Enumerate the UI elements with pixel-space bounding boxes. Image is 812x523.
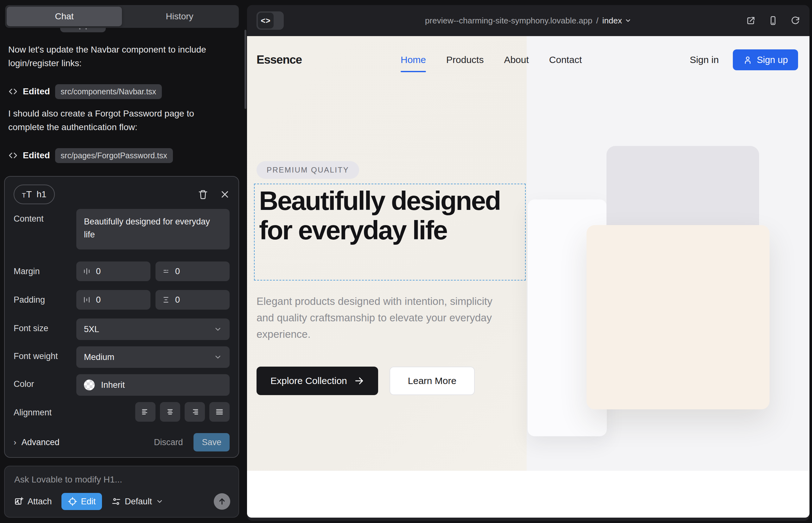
align-right-icon <box>190 408 199 416</box>
dot <box>86 28 87 30</box>
premium-quality-badge: PREMIUM QUALITY <box>257 161 359 179</box>
learn-more-button[interactable]: Learn More <box>390 366 475 395</box>
edit-mode-button[interactable]: Edit <box>61 493 102 510</box>
url-domain: preview--charming-site-symphony.lovable.… <box>425 16 592 26</box>
font-size-label: Font size <box>14 319 76 333</box>
chevron-down-icon <box>214 353 222 361</box>
assistant-message: I should also create a Forgot Password p… <box>8 107 227 134</box>
alignment-label: Alignment <box>14 402 76 418</box>
selected-element-pill[interactable]: TT h1 <box>14 184 55 204</box>
crosshair-icon <box>68 497 77 506</box>
tab-chat[interactable]: Chat <box>7 7 122 26</box>
sign-up-button[interactable]: Sign up <box>733 49 798 70</box>
refresh-icon <box>791 16 800 25</box>
margin-horizontal-icon <box>83 267 91 275</box>
padding-y-value: 0 <box>175 295 180 305</box>
padding-label: Padding <box>14 290 76 305</box>
padding-y-input[interactable]: 0 <box>156 290 230 310</box>
url-bar[interactable]: preview--charming-site-symphony.lovable.… <box>425 16 632 26</box>
refresh-button[interactable] <box>791 16 800 25</box>
site-page: Essence Home Products About Contact Sign… <box>247 36 810 518</box>
align-center-icon <box>166 408 175 416</box>
site-logo[interactable]: Essence <box>257 53 302 67</box>
assistant-message: Now let's update the Navbar component to… <box>8 43 227 70</box>
composer-placeholder[interactable]: Ask Lovable to modify H1... <box>14 474 229 485</box>
edited-file-row: Edited src/components/Navbar.tsx <box>8 83 162 100</box>
type-icon: TT <box>22 189 32 200</box>
hero-headline[interactable]: Beautifully designed for everyday life <box>254 184 525 247</box>
sign-up-label: Sign up <box>757 55 788 65</box>
close-icon <box>220 190 230 199</box>
discard-button[interactable]: Discard <box>154 437 183 447</box>
file-chip[interactable]: src/pages/ForgotPassword.tsx <box>55 148 173 163</box>
font-weight-value: Medium <box>84 353 214 362</box>
align-justify-icon <box>215 408 224 416</box>
advanced-label: Advanced <box>21 437 59 447</box>
margin-vertical-icon <box>162 267 170 275</box>
font-size-select[interactable]: 5XL <box>76 319 230 340</box>
delete-element-button[interactable] <box>198 189 208 199</box>
site-navbar: Essence Home Products About Contact Sign… <box>257 36 798 84</box>
open-in-new-tab-button[interactable] <box>746 16 756 25</box>
margin-x-value: 0 <box>96 267 101 276</box>
file-chip[interactable]: src/components/Navbar.tsx <box>55 84 162 99</box>
mode-label: Default <box>125 497 152 507</box>
hero-card-cream <box>586 225 770 409</box>
code-view-toggle[interactable]: <> <box>257 12 284 30</box>
arrow-right-icon <box>354 376 364 386</box>
margin-y-input[interactable]: 0 <box>156 262 230 281</box>
chevron-down-icon <box>214 325 222 333</box>
nav-link-home[interactable]: Home <box>401 54 426 65</box>
mobile-preview-button[interactable] <box>768 16 778 25</box>
scrolled-chip-fragment <box>60 28 106 32</box>
close-editor-button[interactable] <box>220 190 230 199</box>
chevron-down-icon <box>156 498 163 505</box>
app: Chat History Now let's update the Navbar… <box>0 0 812 523</box>
chevron-down-icon <box>624 17 632 24</box>
padding-vertical-icon <box>162 296 170 304</box>
attach-label: Attach <box>28 497 52 507</box>
mode-selector[interactable]: Default <box>111 497 163 507</box>
chevron-right-icon: › <box>14 437 16 447</box>
chat-scrollbar-thumb[interactable] <box>245 30 246 109</box>
send-button[interactable] <box>214 493 230 510</box>
color-select[interactable]: Inherit <box>76 374 230 396</box>
font-weight-select[interactable]: Medium <box>76 346 230 368</box>
external-link-icon <box>746 16 756 25</box>
align-right-button[interactable] <box>184 402 205 422</box>
margin-y-value: 0 <box>175 267 180 276</box>
nav-link-contact[interactable]: Contact <box>549 54 582 65</box>
browser-bar: <> preview--charming-site-symphony.lovab… <box>247 5 810 36</box>
padding-horizontal-icon <box>83 296 91 304</box>
code-icon: <> <box>258 13 273 29</box>
attach-button[interactable]: Attach <box>14 497 52 507</box>
sign-in-button[interactable]: Sign in <box>690 54 719 65</box>
hero-description: Elegant products designed with intention… <box>257 293 500 342</box>
align-left-button[interactable] <box>135 402 156 422</box>
tab-history[interactable]: History <box>122 7 237 26</box>
advanced-toggle[interactable]: › Advanced <box>14 437 59 447</box>
font-size-value: 5XL <box>84 325 214 334</box>
chat-composer[interactable]: Ask Lovable to modify H1... Attach Edit … <box>4 466 239 518</box>
nav-link-products[interactable]: Products <box>446 54 483 65</box>
align-center-button[interactable] <box>160 402 180 422</box>
color-value: Inherit <box>101 380 222 390</box>
nav-link-about[interactable]: About <box>504 54 529 65</box>
edited-label: Edited <box>23 86 50 96</box>
padding-x-input[interactable]: 0 <box>76 290 151 310</box>
padding-x-value: 0 <box>96 295 101 305</box>
chat-history-tabs: Chat History <box>5 5 239 28</box>
preview-window: <> preview--charming-site-symphony.lovab… <box>247 5 810 521</box>
align-left-icon <box>141 408 150 416</box>
save-button[interactable]: Save <box>194 433 230 451</box>
url-page-dropdown[interactable]: index <box>602 16 632 26</box>
margin-x-input[interactable]: 0 <box>76 262 151 281</box>
selected-h1-outline[interactable]: Beautifully designed for everyday life <box>254 184 526 281</box>
url-page-label: index <box>602 16 622 26</box>
edited-file-row: Edited src/pages/ForgotPassword.tsx <box>8 147 173 164</box>
content-textarea[interactable]: Beautifully designed for everyday life <box>76 209 230 250</box>
align-justify-button[interactable] <box>209 402 230 422</box>
chat-sidebar: Chat History Now let's update the Navbar… <box>0 0 247 523</box>
explore-collection-button[interactable]: Explore Collection <box>257 366 378 395</box>
code-icon <box>8 151 18 160</box>
